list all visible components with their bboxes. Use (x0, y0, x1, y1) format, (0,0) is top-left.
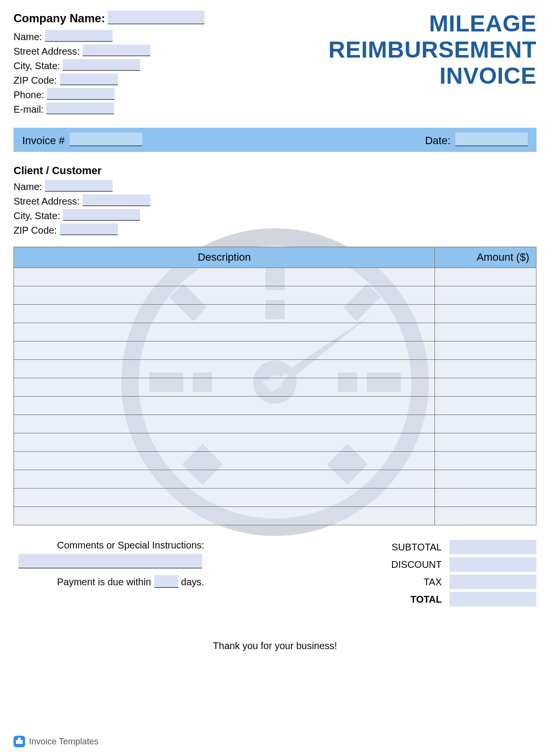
invoice-templates-logo-icon (14, 736, 25, 747)
discount-input[interactable] (449, 557, 536, 572)
amount-cell[interactable] (435, 305, 536, 323)
table-row (14, 415, 536, 433)
comments-input[interactable] (18, 554, 202, 568)
client-heading: Client / Customer (14, 164, 536, 177)
description-cell[interactable] (14, 286, 435, 305)
amount-cell[interactable] (435, 341, 536, 360)
payment-prefix: Payment is due within (57, 577, 151, 588)
description-cell[interactable] (14, 323, 435, 341)
description-cell[interactable] (14, 341, 435, 360)
tax-label: TAX (255, 577, 445, 588)
invoice-number-label: Invoice # (22, 134, 65, 147)
amount-cell[interactable] (435, 452, 536, 470)
title-line-2: REIMBURSEMENT (328, 37, 536, 63)
client-name-label: Name: (14, 181, 45, 193)
table-row (14, 323, 536, 341)
amount-cell[interactable] (435, 507, 536, 525)
table-row (14, 397, 536, 415)
totals-block: SUBTOTAL DISCOUNT TAX TOTAL (255, 540, 536, 607)
client-street-label: Street Address: (14, 196, 83, 207)
description-cell[interactable] (14, 452, 435, 470)
subtotal-label: SUBTOTAL (255, 542, 445, 553)
client-city-state-input[interactable] (63, 209, 140, 221)
description-cell[interactable] (14, 433, 435, 452)
description-cell[interactable] (14, 470, 435, 489)
table-row (14, 305, 536, 323)
invoice-date-label: Date: (425, 134, 450, 147)
city-state-label: City, State: (14, 60, 63, 72)
footer-brand-text: Invoice Templates (29, 737, 99, 747)
description-cell[interactable] (14, 378, 435, 397)
total-input[interactable] (449, 592, 536, 607)
zip-label: ZIP Code: (14, 75, 60, 86)
tax-input[interactable] (449, 575, 536, 589)
column-header-amount: Amount ($) (435, 247, 536, 268)
contact-name-label: Name: (14, 31, 45, 43)
street-input[interactable] (83, 44, 150, 56)
table-row (14, 470, 536, 489)
zip-input[interactable] (60, 74, 118, 85)
client-info-block: Client / Customer Name: Street Address: … (14, 164, 536, 236)
amount-cell[interactable] (435, 397, 536, 415)
amount-cell[interactable] (435, 470, 536, 489)
table-row (14, 433, 536, 452)
amount-cell[interactable] (435, 378, 536, 397)
table-row (14, 360, 536, 378)
amount-cell[interactable] (435, 323, 536, 341)
table-row (14, 378, 536, 397)
amount-cell[interactable] (435, 286, 536, 305)
street-label: Street Address: (14, 46, 83, 57)
phone-label: Phone: (14, 89, 47, 101)
client-zip-input[interactable] (60, 223, 118, 235)
column-header-description: Description (14, 247, 435, 268)
table-row (14, 507, 536, 525)
email-input[interactable] (46, 103, 114, 114)
description-cell[interactable] (14, 305, 435, 323)
title-line-1: MILEAGE (328, 11, 536, 37)
amount-cell[interactable] (435, 489, 536, 507)
contact-name-input[interactable] (45, 30, 113, 42)
document-title: MILEAGE REIMBURSEMENT INVOICE (328, 11, 536, 89)
phone-input[interactable] (47, 88, 115, 100)
total-label: TOTAL (255, 594, 445, 605)
invoice-date-input[interactable] (455, 133, 528, 146)
thank-you-message: Thank you for your business! (14, 640, 536, 652)
amount-cell[interactable] (435, 268, 536, 286)
client-street-input[interactable] (83, 194, 150, 206)
description-cell[interactable] (14, 397, 435, 415)
table-row (14, 286, 536, 305)
client-city-state-label: City, State: (14, 210, 63, 222)
description-cell[interactable] (14, 268, 435, 286)
table-row (14, 452, 536, 470)
company-name-label: Company Name: (14, 12, 108, 25)
discount-label: DISCOUNT (255, 559, 445, 570)
amount-cell[interactable] (435, 415, 536, 433)
company-info-block: Company Name: Name: Street Address: City… (14, 11, 204, 117)
description-cell[interactable] (14, 507, 435, 525)
company-name-input[interactable] (108, 11, 204, 24)
subtotal-input[interactable] (449, 540, 536, 554)
line-items-table: Description Amount ($) (14, 247, 536, 525)
description-cell[interactable] (14, 415, 435, 433)
city-state-input[interactable] (63, 59, 140, 71)
invoice-bar: Invoice # Date: (14, 128, 536, 152)
client-zip-label: ZIP Code: (14, 225, 60, 236)
table-row (14, 341, 536, 360)
amount-cell[interactable] (435, 360, 536, 378)
client-name-input[interactable] (45, 180, 113, 192)
payment-days-input[interactable] (154, 575, 178, 588)
description-cell[interactable] (14, 360, 435, 378)
comments-heading: Comments or Special Instructions: (57, 540, 246, 551)
footer-brand: Invoice Templates (14, 736, 99, 747)
amount-cell[interactable] (435, 433, 536, 452)
title-line-3: INVOICE (328, 63, 536, 89)
table-row (14, 268, 536, 286)
description-cell[interactable] (14, 489, 435, 507)
table-row (14, 489, 536, 507)
email-label: E-mail: (14, 104, 46, 115)
payment-suffix: days. (181, 577, 204, 588)
invoice-number-input[interactable] (70, 133, 142, 146)
